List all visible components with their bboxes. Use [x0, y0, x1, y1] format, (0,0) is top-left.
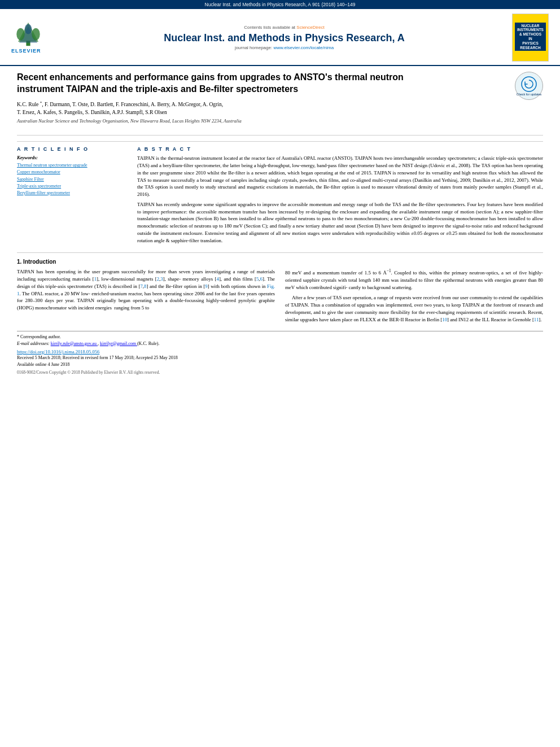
- abstract-p2: TAIPAN has recently undergone some signi…: [137, 201, 543, 244]
- doi-text: https://doi.org/10.1016/j.nima.2018.05.0…: [17, 349, 99, 355]
- authors-text: K.C. Rule *, F. Darmann, T. Oste, D. Bar…: [17, 102, 223, 107]
- received-label: Received 5 March 2018; Received in revis…: [17, 355, 178, 360]
- email-1-link[interactable]: kirrily.rule@ansto.gov.au: [51, 341, 98, 346]
- badge-top: NUCLEARINSTRUMENTS& METHODSINPHYSICSRESE…: [515, 23, 546, 51]
- abstract-p1: TAIPAN is the thermal-neutron instrument…: [137, 155, 543, 198]
- intro-left-p1: TAIPAN has been operating in the user pr…: [17, 268, 275, 312]
- email-separator: ,: [98, 341, 99, 346]
- intro-heading: 1. Introduction: [17, 259, 543, 265]
- contents-line: Contents lists available at ScienceDirec…: [56, 25, 512, 30]
- intro-right-p1: 80 meV and a momentum transfer of 1.5 to…: [285, 268, 543, 291]
- doi-link[interactable]: https://doi.org/10.1016/j.nima.2018.05.0…: [17, 349, 543, 355]
- received-dates: Received 5 March 2018; Received in revis…: [17, 355, 543, 361]
- elsevier-logo: ELSEVIER: [11, 21, 56, 54]
- ref-fig1[interactable]: Fig. 1: [17, 283, 275, 296]
- intro-right-col: 80 meV and a momentum transfer of 1.5 to…: [285, 268, 543, 326]
- title-area: Recent enhancements and performance gain…: [17, 72, 543, 129]
- check-updates-text: Check for updates: [517, 76, 542, 96]
- journal-homepage: journal homepage: www.elsevier.com/locat…: [56, 45, 512, 50]
- ref-3[interactable]: 3: [160, 276, 163, 282]
- email-suffix: (K.C. Rule).: [137, 341, 160, 346]
- divider-2: [17, 252, 543, 253]
- intro-left-col: TAIPAN has been operating in the user pr…: [17, 268, 275, 326]
- available-online: Available online 4 June 2018: [17, 361, 543, 368]
- article-info-abstract: A R T I C L E I N F O Keywords: Thermal …: [17, 141, 543, 247]
- corresponding-author: * Corresponding author.: [17, 334, 543, 340]
- intro-body: TAIPAN has been operating in the user pr…: [17, 268, 543, 326]
- copyright: 0168-9002/Crown Copyright © 2018 Publish…: [17, 370, 543, 375]
- elsevier-wordmark: ELSEVIER: [11, 48, 41, 54]
- email-footnote: E-mail addresses: kirrily.rule@ansto.gov…: [17, 340, 543, 347]
- keyword-5[interactable]: Beryllium-filter spectrometer: [17, 190, 127, 196]
- corresponding-label: * Corresponding author.: [17, 334, 61, 339]
- journal-badge: NUCLEARINSTRUMENTS& METHODSINPHYSICSRESE…: [512, 14, 549, 62]
- superscript-star: *: [40, 101, 42, 105]
- svg-point-3: [16, 28, 24, 41]
- intro-right-p2: After a few years of TAS user operation,…: [285, 294, 543, 323]
- svg-point-6: [522, 77, 536, 91]
- main-content: Recent enhancements and performance gain…: [0, 66, 560, 383]
- footnote-area: * Corresponding author. E-mail addresses…: [17, 331, 543, 374]
- sciencedirect-label: ScienceDirect: [296, 25, 324, 30]
- ref-2[interactable]: 2: [157, 276, 159, 282]
- available-text: Available online 4 June 2018: [17, 362, 69, 367]
- ref-5[interactable]: 5: [256, 276, 259, 282]
- authors: K.C. Rule *, F. Darmann, T. Oste, D. Bar…: [17, 100, 506, 117]
- keywords-label: Keywords:: [17, 155, 127, 160]
- keyword-1[interactable]: Thermal neutron spectrometer upgrade: [17, 162, 127, 168]
- top-bar: Nuclear Inst. and Methods in Physics Res…: [0, 0, 560, 9]
- article-info-col: A R T I C L E I N F O Keywords: Thermal …: [17, 146, 127, 247]
- ref-4[interactable]: 4: [217, 276, 219, 282]
- email-label: E-mail addresses:: [17, 341, 50, 346]
- abstract-col: A B S T R A C T TAIPAN is the thermal-ne…: [137, 146, 543, 247]
- header-center: Contents lists available at ScienceDirec…: [56, 25, 512, 50]
- header: ELSEVIER Contents lists available at Sci…: [0, 9, 560, 66]
- contents-label: Contents lists available at: [244, 25, 295, 30]
- elsevier-tree-icon: [11, 21, 45, 47]
- authors-text-2: T. Ersez, A. Kafes, S. Pangelis, S. Dani…: [17, 110, 167, 115]
- ref-11[interactable]: 11: [534, 317, 539, 322]
- ref-10[interactable]: 10: [442, 317, 447, 322]
- abstract-text: TAIPAN is the thermal-neutron instrument…: [137, 155, 543, 244]
- ref-1[interactable]: 1: [94, 276, 97, 282]
- introduction-section: 1. Introduction TAIPAN has been operatin…: [17, 259, 543, 326]
- email-1: kirrily.rule@ansto.gov.au: [51, 341, 97, 346]
- ref-7[interactable]: 7: [140, 283, 142, 289]
- intro-right-text: 80 meV and a momentum transfer of 1.5 to…: [285, 268, 543, 323]
- homepage-label: journal homepage:: [235, 45, 272, 50]
- email-2-link[interactable]: kirrilyr@gmail.com: [100, 341, 137, 346]
- ref-6[interactable]: 6: [260, 276, 262, 282]
- check-updates-icon: [521, 76, 537, 92]
- homepage-url-text: www.elsevier.com/locate/nima: [273, 45, 334, 50]
- divider-1: [17, 135, 543, 136]
- sciencedirect-link[interactable]: ScienceDirect: [296, 25, 324, 30]
- paper-title-block: Recent enhancements and performance gain…: [17, 72, 506, 129]
- paper-title: Recent enhancements and performance gain…: [17, 72, 440, 95]
- ref-8[interactable]: 8: [144, 283, 146, 289]
- email-2: kirrilyr@gmail.com: [100, 341, 136, 346]
- svg-point-4: [32, 28, 40, 41]
- journal-title: Nuclear Inst. and Methods in Physics Res…: [56, 32, 512, 44]
- svg-point-5: [25, 24, 32, 34]
- keyword-2[interactable]: Copper monochromator: [17, 169, 127, 175]
- journal-reference: Nuclear Inst. and Methods in Physics Res…: [205, 2, 356, 7]
- keyword-3[interactable]: Sapphire Filter: [17, 176, 127, 182]
- intro-left-text: TAIPAN has been operating in the user pr…: [17, 268, 275, 312]
- affiliation: Australian Nuclear Science and Technolog…: [17, 118, 506, 124]
- article-info-heading: A R T I C L E I N F O: [17, 146, 127, 152]
- check-for-updates-badge: Check for updates: [515, 72, 543, 100]
- check-updates-label: Check for updates: [517, 93, 542, 96]
- homepage-url[interactable]: www.elsevier.com/locate/nima: [273, 45, 334, 50]
- keyword-4[interactable]: Triple-axis spectrometer: [17, 183, 127, 189]
- ref-9[interactable]: 9: [205, 283, 207, 289]
- abstract-heading: A B S T R A C T: [137, 146, 543, 152]
